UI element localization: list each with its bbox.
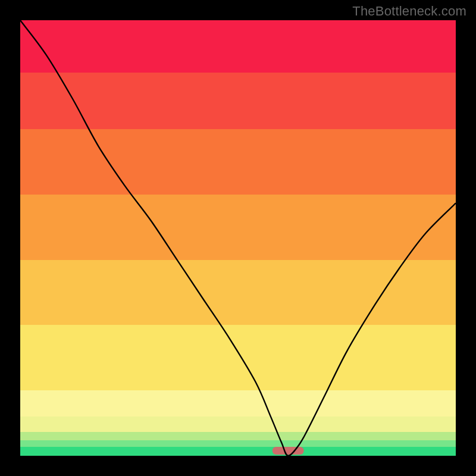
watermark: TheBottleneck.com (352, 4, 466, 19)
plot-area (20, 20, 456, 456)
chart-svg (0, 0, 476, 476)
valley-marker (273, 447, 304, 455)
chart-stage: TheBottleneck.com (0, 0, 476, 476)
